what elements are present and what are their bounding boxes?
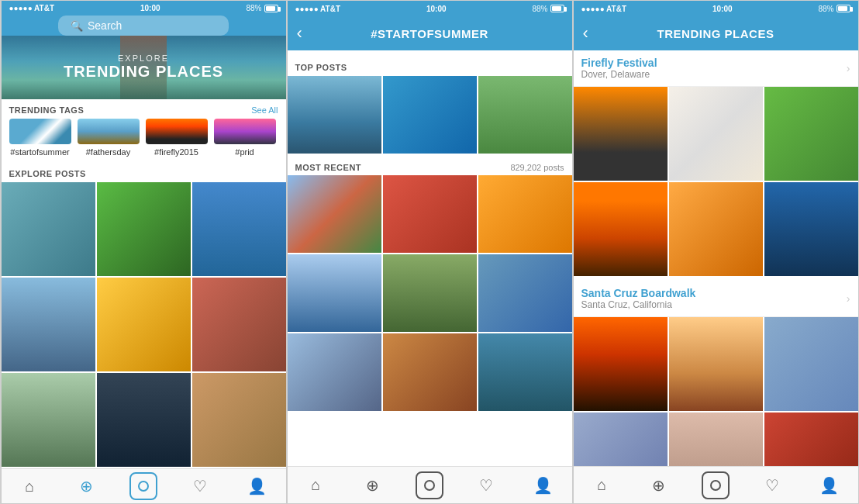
status-bar-1: ●●●●● AT&T 10:00 88% [2, 1, 286, 16]
profile-icon-2: 👤 [533, 476, 553, 495]
post-1[interactable] [2, 182, 95, 276]
explore-posts-title: EXPLORE POSTS [9, 169, 86, 178]
back-button-3[interactable]: ‹ [583, 23, 588, 43]
place-0-header-row: Firefly Festival Dover, Delaware › [581, 57, 850, 80]
nav-heart-3[interactable]: ♡ [755, 468, 789, 502]
post-3[interactable] [192, 182, 286, 276]
place-item-1[interactable]: Santa Cruz Boardwalk Santa Cruz, Califor… [574, 281, 858, 317]
tag-item-0[interactable]: #startofsummer [9, 119, 71, 157]
recent-post-6[interactable] [478, 254, 572, 332]
recent-post-7[interactable] [288, 333, 381, 411]
place-1-location: Santa Cruz, California [581, 299, 696, 310]
place-0-photo-6[interactable] [764, 182, 858, 276]
tag-thumb-2 [146, 119, 208, 144]
place-1-name: Santa Cruz Boardwalk [581, 287, 696, 299]
place-1-photo-6[interactable] [764, 413, 858, 466]
hero-explore-label: EXPLORE [64, 54, 223, 63]
place-1-photos [574, 317, 858, 466]
trending-places-content: Firefly Festival Dover, Delaware › S [574, 50, 858, 466]
see-all-button[interactable]: See All [251, 105, 278, 115]
nav-search-3[interactable]: ⊕ [642, 468, 676, 502]
tag-item-3[interactable]: #prid [214, 119, 276, 157]
explore-posts-header: EXPLORE POSTS [2, 163, 286, 182]
home-icon-2: ⌂ [311, 476, 320, 494]
place-0-photo-3[interactable] [764, 87, 858, 181]
place-0-photo-5[interactable] [669, 182, 763, 276]
search-icon-3: ⊕ [652, 476, 665, 495]
hero-text: EXPLORE TRENDING PLACES [64, 54, 223, 81]
recent-post-5[interactable] [383, 254, 477, 332]
phones-container: ●●●●● AT&T 10:00 88% 🔍 Search EXPLORE TR… [0, 0, 859, 504]
profile-icon-3: 👤 [819, 476, 839, 495]
nav-profile-3[interactable]: 👤 [812, 468, 847, 502]
recent-post-2[interactable] [383, 175, 477, 253]
nav-home-3[interactable]: ⌂ [585, 468, 619, 502]
camera-btn-2 [416, 471, 443, 499]
post-8[interactable] [97, 373, 191, 467]
place-item-0[interactable]: Firefly Festival Dover, Delaware › [574, 50, 858, 87]
place-0-photo-2[interactable] [669, 87, 763, 181]
camera-btn-1 [129, 472, 157, 500]
tag-item-1[interactable]: #fathersday [78, 119, 140, 157]
tag-label-1: #fathersday [86, 147, 130, 157]
post-count: 829,202 posts [510, 163, 564, 172]
nav-profile-1[interactable]: 👤 [240, 469, 274, 503]
top-posts-section: TOP POSTS [288, 50, 572, 157]
bottom-nav-1: ⌂ ⊕ ♡ 👤 [2, 468, 286, 503]
nav-home-1[interactable]: ⌂ [12, 469, 47, 503]
tag-item-2[interactable]: #firefly2015 [146, 119, 208, 157]
nav-camera-2[interactable] [412, 468, 447, 502]
status-bar-3: ●●●●● AT&T 10:00 88% [574, 1, 858, 16]
battery-icon-2 [550, 5, 564, 12]
search-bar[interactable]: 🔍 Search [58, 16, 229, 36]
nav-heart-1[interactable]: ♡ [183, 469, 217, 503]
recent-post-1[interactable] [288, 175, 381, 253]
most-recent-header: MOST RECENT 829,202 posts [288, 160, 572, 175]
recent-post-9[interactable] [478, 333, 572, 411]
post-4[interactable] [2, 278, 95, 371]
most-recent-section: MOST RECENT 829,202 posts [288, 157, 572, 414]
camera-btn-3 [702, 471, 730, 499]
post-6[interactable] [192, 278, 286, 371]
nav-profile-2[interactable]: 👤 [526, 468, 561, 502]
place-1-photo-2[interactable] [669, 317, 763, 411]
place-0-info: Firefly Festival Dover, Delaware [581, 57, 657, 80]
top-post-3[interactable] [478, 76, 572, 154]
post-7[interactable] [2, 373, 95, 467]
place-1-photo-1[interactable] [574, 317, 668, 411]
recent-post-3[interactable] [478, 175, 572, 253]
nav-search-2[interactable]: ⊕ [356, 468, 390, 502]
back-button-2[interactable]: ‹ [297, 23, 302, 43]
recent-post-4[interactable] [288, 254, 381, 332]
nav-search-1[interactable]: ⊕ [70, 469, 104, 503]
nav-home-2[interactable]: ⌂ [298, 468, 333, 502]
most-recent-title: MOST RECENT [295, 163, 362, 172]
post-2[interactable] [97, 182, 191, 276]
camera-inner-2 [424, 480, 435, 491]
tag-thumb-3 [214, 119, 276, 144]
post-5[interactable] [97, 278, 191, 371]
heart-icon-1: ♡ [193, 477, 207, 495]
top-post-2[interactable] [383, 76, 477, 154]
tag-label-0: #startofsummer [10, 147, 69, 157]
trending-places-header: ‹ TRENDING PLACES [574, 16, 858, 50]
hashtag-title: #STARTOFSUMMER [371, 27, 488, 40]
place-0-photo-1[interactable] [574, 87, 668, 181]
top-posts-header: TOP POSTS [288, 57, 572, 76]
time-2: 10:00 [426, 5, 447, 13]
hashtag-content: TOP POSTS MOST RECENT 829,202 posts [288, 50, 572, 466]
most-recent-grid [288, 175, 572, 411]
nav-camera-1[interactable] [126, 469, 160, 503]
place-1-photo-5[interactable] [669, 413, 763, 466]
recent-post-8[interactable] [383, 333, 477, 411]
post-9[interactable] [192, 373, 286, 467]
nav-camera-3[interactable] [699, 468, 733, 502]
place-1-photo-3[interactable] [764, 317, 858, 411]
place-0-photo-4[interactable] [574, 182, 668, 276]
trending-tags-list: #startofsummer #fathersday #firefly2015 … [2, 119, 286, 163]
place-1-photo-4[interactable] [574, 413, 668, 466]
nav-heart-2[interactable]: ♡ [469, 468, 503, 502]
top-post-1[interactable] [288, 76, 381, 154]
carrier-3: ●●●●● AT&T [581, 5, 627, 13]
search-placeholder: Search [88, 19, 122, 32]
